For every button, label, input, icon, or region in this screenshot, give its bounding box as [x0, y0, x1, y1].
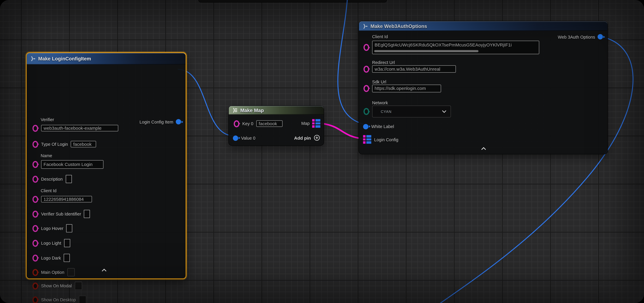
output-pin-label: Login Config Item [140, 119, 173, 124]
logo-dark-input[interactable] [64, 254, 70, 262]
type-of-login-input[interactable] [71, 141, 96, 148]
show-on-modal-pin[interactable] [32, 282, 38, 289]
client-id-input[interactable] [41, 196, 92, 202]
wire-map-to-loginconfig[interactable] [320, 123, 363, 139]
node-header[interactable]: Make Map [229, 106, 324, 114]
show-on-desktop-checkbox[interactable] [79, 296, 86, 303]
node-title: Make Web3AuthOptions [370, 23, 427, 29]
main-option-pin[interactable] [32, 269, 38, 276]
client-id-label: Client Id [40, 188, 56, 193]
verifier-label: Verifier [40, 117, 54, 122]
add-pin-button[interactable]: Add pin [294, 135, 320, 141]
login-config-item-output-pin[interactable] [176, 119, 181, 124]
verifier-pin[interactable] [32, 124, 38, 132]
white-label-label: White Label [371, 124, 394, 129]
logo-light-input[interactable] [64, 239, 70, 247]
logo-hover-pin[interactable] [32, 225, 38, 232]
logo-dark-pin[interactable] [32, 254, 38, 261]
show-on-modal-label: Show On Modal [41, 283, 72, 288]
description-input[interactable] [66, 175, 72, 183]
map-output-label: Map [301, 121, 310, 126]
logo-light-label: Logo Light [41, 241, 61, 246]
main-option-checkbox[interactable] [67, 268, 74, 276]
make-map-icon [232, 108, 238, 113]
node-make-loginconfigitem[interactable]: Make LoginConfigItem Login Config Item V… [26, 52, 186, 279]
main-option-label: Main Option [41, 270, 64, 275]
verifier-input[interactable] [41, 125, 118, 132]
make-struct-icon [30, 56, 36, 62]
chevron-down-icon [442, 110, 446, 113]
map-output-pin[interactable] [312, 119, 320, 128]
network-value: CYAN [381, 110, 392, 114]
type-of-login-pin[interactable] [32, 141, 38, 148]
add-pin-plus-icon [314, 135, 320, 141]
key-0-input[interactable] [256, 120, 282, 127]
name-input[interactable] [41, 160, 104, 168]
node-title: Make LoginConfigItem [38, 56, 91, 62]
add-pin-label: Add pin [294, 135, 311, 140]
client-id-label: Client Id [372, 34, 388, 39]
show-on-desktop-pin[interactable] [32, 296, 38, 303]
value-0-pin[interactable] [233, 135, 238, 141]
key-0-label: Key 0 [242, 121, 253, 126]
logo-dark-label: Logo Dark [41, 255, 61, 260]
key-0-pin[interactable] [234, 120, 240, 127]
verifier-sub-identifier-input[interactable] [84, 210, 90, 218]
sdk-url-label: Sdk Url [372, 79, 386, 84]
name-label: Name [40, 153, 52, 158]
client-id-scrollbar[interactable] [374, 50, 478, 52]
sdk-url-pin[interactable] [364, 85, 369, 92]
web3auth-options-output-pin[interactable] [598, 34, 603, 40]
web3auth-options-output-label: Web 3Auth Options [558, 34, 595, 39]
blueprint-graph-canvas[interactable]: Make LoginConfigItem Login Config Item V… [0, 0, 644, 303]
verifier-sub-identifier-label: Verifier Sub Identifier [41, 212, 81, 216]
name-pin[interactable] [32, 161, 38, 168]
white-label-pin[interactable] [363, 124, 368, 129]
show-on-desktop-label: Show On Desktop [41, 297, 76, 302]
logo-hover-label: Logo Hover [41, 226, 63, 231]
description-label: Description [41, 176, 63, 182]
logo-hover-input[interactable] [66, 224, 72, 232]
value-0-label: Value 0 [241, 136, 256, 140]
viewport: Make LoginConfigItem Login Config Item V… [0, 0, 644, 303]
collapse-chevron-icon[interactable] [481, 147, 486, 150]
type-of-login-label: Type Of Login [41, 142, 68, 147]
client-id-field[interactable] [372, 40, 539, 54]
verifier-sub-identifier-pin[interactable] [32, 210, 38, 217]
node-make-map[interactable]: Make Map Key 0 Map Value 0 Add pin [228, 106, 324, 146]
show-on-modal-checkbox[interactable] [74, 282, 82, 290]
network-label: Network [372, 100, 388, 105]
redirect-url-input[interactable] [372, 65, 456, 72]
node-header[interactable]: Make Web3AuthOptions [359, 21, 608, 31]
logo-light-pin[interactable] [32, 240, 38, 246]
network-dropdown[interactable]: CYAN [372, 106, 451, 118]
network-pin[interactable] [364, 108, 369, 115]
client-id-pin[interactable] [32, 196, 38, 202]
output-pin-row: Login Config Item [140, 119, 181, 124]
make-struct-icon [362, 23, 368, 29]
sdk-url-input[interactable] [372, 84, 441, 92]
collapse-chevron-icon[interactable] [102, 268, 107, 272]
login-config-label: Login Config [374, 137, 398, 142]
client-id-pin[interactable] [364, 44, 369, 51]
node-make-web3authoptions[interactable]: Make Web3AuthOptions Web 3Auth Options C… [358, 21, 608, 154]
client-id-input[interactable] [372, 42, 539, 48]
redirect-url-label: Redirect Url [372, 60, 395, 65]
login-config-pin[interactable] [363, 135, 371, 144]
screenshot-stage: Make LoginConfigItem Login Config Item V… [0, 0, 644, 303]
node-title: Make Map [240, 107, 264, 113]
node-header[interactable]: Make LoginConfigItem [27, 53, 186, 64]
description-pin[interactable] [32, 176, 38, 182]
redirect-url-pin[interactable] [364, 66, 369, 72]
